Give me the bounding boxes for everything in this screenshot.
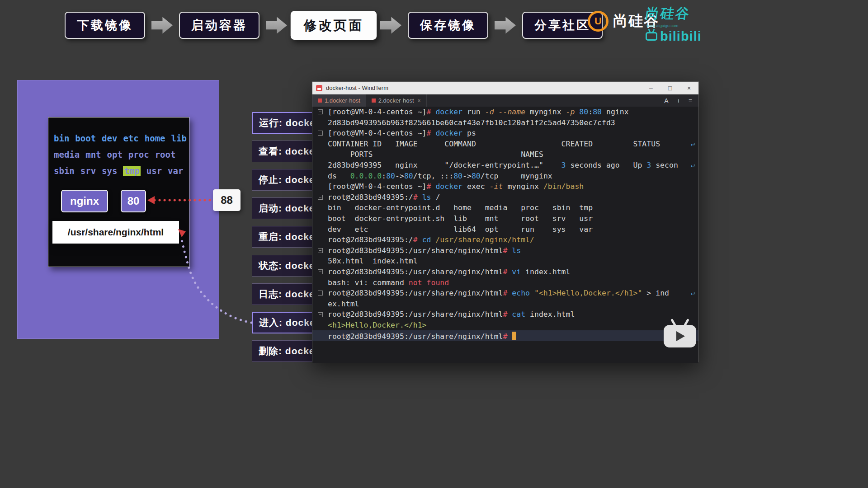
terminal-line: [root@VM-0-4-centos ~]# docker ps — [312, 128, 698, 139]
text-segment — [431, 182, 435, 191]
slide-background: 下载镜像启动容器修改页面保存镜像分享社区 U 尚硅谷 尚硅谷 www.atgui… — [0, 0, 868, 488]
line-text: 50x.html index.html — [328, 256, 418, 267]
text-segment: : — [588, 108, 593, 116]
text-segment: 80 — [404, 172, 413, 180]
text-segment: 80 — [386, 172, 395, 180]
terminal-tab[interactable]: 1.docker-host — [312, 94, 366, 107]
text-segment: # — [503, 289, 507, 297]
terminal-line: root@2d83bd949395:/usr/share/nginx/html#… — [312, 288, 698, 299]
terminal-line: 50x.html index.html — [312, 256, 698, 267]
flow-arrow-icon — [380, 16, 401, 34]
text-segment — [507, 332, 512, 341]
fold-marker-icon[interactable] — [318, 109, 323, 114]
fold-marker-icon[interactable] — [318, 291, 323, 296]
tab-close-icon[interactable]: × — [418, 98, 421, 104]
fs-item: dev — [102, 133, 117, 143]
text-segment: 80 — [472, 172, 481, 180]
terminal-line: root@2d83bd949395:/usr/share/nginx/html#… — [312, 267, 698, 277]
line-text: [root@VM-0-4-centos ~]# docker ps — [328, 128, 476, 139]
text-segment: dev etc lib64 opt run sys var — [328, 225, 593, 234]
minimize-button[interactable]: – — [642, 82, 660, 94]
text-segment — [418, 193, 422, 202]
line-text: 2d83bd949395 nginx "/docker-entrypoint.…… — [328, 160, 678, 171]
text-segment: index.html — [521, 267, 570, 276]
terminal-titlebar[interactable]: docker-host - WindTerm –□× — [312, 82, 698, 94]
terminal-line: bash: vi: command not found — [312, 277, 698, 288]
text-segment: > ind — [642, 289, 669, 297]
text-segment: 50x.html index.html — [328, 257, 418, 265]
toolbar-menu-icon[interactable]: ≡ — [689, 97, 692, 104]
text-segment: mynginx — [503, 182, 543, 191]
fs-item: srv — [80, 166, 96, 176]
line-text: [root@VM-0-4-centos ~]# docker run -d --… — [328, 107, 629, 117]
maximize-button[interactable]: □ — [660, 82, 679, 94]
text-segment: # — [427, 182, 431, 191]
terminal-window: docker-host - WindTerm –□× 1.docker-host… — [312, 81, 699, 362]
line-gutter — [312, 330, 328, 341]
fs-row: sbinsrvsystmpusrvar — [54, 163, 189, 179]
line-wrap-icon: ↵ — [691, 160, 695, 171]
line-gutter — [312, 256, 328, 267]
terminal-line: ds 0.0.0.0:80->80/tcp, :::80->80/tcp myn… — [312, 171, 698, 182]
terminal-line: root@2d83bd949395:/usr/share/nginx/html# — [312, 330, 698, 341]
text-segment: 2d83bd9493956b963f825661be60caf43e7fb10c… — [328, 118, 615, 127]
nginx-process-box: nginx — [61, 190, 108, 212]
fold-marker-icon[interactable] — [318, 195, 323, 200]
line-gutter — [312, 288, 328, 299]
flow-arrow-icon — [266, 16, 287, 34]
fs-item: var — [168, 166, 183, 176]
text-segment — [507, 289, 512, 297]
fs-item: usr — [146, 166, 162, 176]
line-gutter — [312, 128, 328, 139]
line-text: PORTS NAMES — [328, 149, 543, 160]
fold-marker-icon[interactable] — [318, 131, 323, 136]
play-triangle-icon — [676, 331, 685, 341]
toolbar-plus-icon[interactable]: + — [677, 97, 680, 104]
fs-item: mnt — [85, 150, 101, 160]
text-segment — [494, 108, 499, 116]
atguigu-logo-icon: U — [588, 11, 609, 32]
terminal-body[interactable]: [root@VM-0-4-centos ~]# docker run -d --… — [312, 107, 698, 363]
text-segment: root@2d83bd949395:/usr/share/nginx/html — [328, 310, 503, 319]
terminal-tabs: 1.docker-host2.docker-host× — [312, 94, 427, 107]
text-segment: root@2d83bd949395:/usr/share/nginx/html — [328, 332, 503, 341]
line-gutter — [312, 117, 328, 128]
text-segment: ls — [422, 193, 431, 202]
terminal-tab[interactable]: 2.docker-host× — [366, 94, 427, 107]
text-segment: [root@VM-0-4-centos ~] — [328, 108, 427, 116]
line-gutter — [312, 139, 328, 150]
toolbar-a-icon[interactable]: A — [664, 97, 668, 104]
text-segment: ds — [328, 172, 350, 180]
container-filesystem-box: binbootdevetchomelibmediamntoptprocroots… — [48, 117, 189, 267]
flow-step: 保存镜像 — [408, 12, 488, 39]
line-text: boot docker-entrypoint.sh lib mnt root s… — [328, 213, 593, 224]
line-gutter — [312, 267, 328, 277]
terminal-line: 2d83bd949395 nginx "/docker-entrypoint.…… — [312, 160, 698, 171]
line-gutter — [312, 107, 328, 117]
line-text: [root@VM-0-4-centos ~]# docker exec -it … — [328, 181, 584, 192]
bilibili-tv-icon — [662, 318, 698, 349]
fold-marker-icon[interactable] — [318, 269, 323, 274]
fold-marker-icon[interactable] — [318, 312, 323, 317]
text-segment: 3 — [646, 161, 651, 169]
line-gutter — [312, 245, 328, 256]
text-segment: /usr/share/nginx/html/ — [435, 235, 534, 244]
terminal-line: root@2d83bd949395:/usr/share/nginx/html#… — [312, 245, 698, 256]
text-segment — [431, 108, 435, 116]
line-text: 2d83bd9493956b963f825661be60caf43e7fb10c… — [328, 117, 615, 128]
line-text: root@2d83bd949395:/# ls / — [328, 192, 440, 203]
line-text: ds 0.0.0.0:80->80/tcp, :::80->80/tcp myn… — [328, 171, 552, 182]
terminal-line: 2d83bd9493956b963f825661be60caf43e7fb10c… — [312, 117, 698, 128]
fs-item: proc — [128, 150, 149, 160]
flow-step: 修改页面 — [291, 11, 377, 40]
text-segment: "<h1>Hello,Docker.</h1>" — [534, 289, 642, 297]
close-button[interactable]: × — [679, 82, 698, 94]
tab-label: 1.docker-host — [325, 97, 360, 104]
line-text: root@2d83bd949395:/usr/share/nginx/html#… — [328, 267, 570, 277]
fold-marker-icon[interactable] — [318, 248, 323, 253]
fs-item: bin — [54, 133, 69, 143]
line-text: root@2d83bd949395:/# cd /usr/share/nginx… — [328, 235, 534, 245]
text-segment: root@2d83bd949395:/ — [328, 235, 413, 244]
text-segment: bash: vi: command — [328, 278, 409, 287]
flow-arrow-icon — [495, 16, 516, 34]
